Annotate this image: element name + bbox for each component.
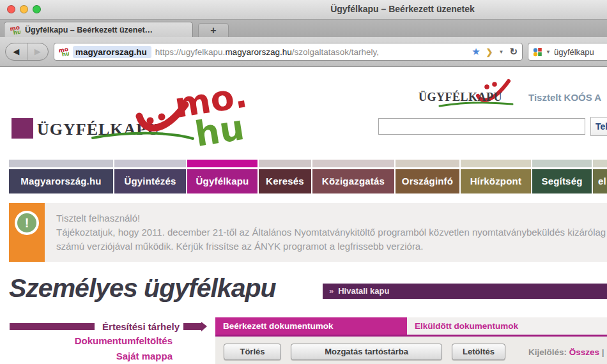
sidebar-arrow-icon [183, 323, 201, 330]
tab-beerkezett-dokumentumok[interactable]: Beérkezett dokumentumok [215, 317, 407, 335]
go-arrow-icon[interactable]: ❯ [486, 47, 493, 57]
header-search-button[interactable]: Telj [590, 117, 607, 136]
tab-elkuldott-dokumentumok[interactable]: Elküldött dokumentumok [407, 317, 607, 335]
window-title: Ügyfélkapu – Beérkezett üzenetek [230, 4, 575, 14]
notice-body: Tisztelt felhasználó! Tájékoztatjuk, hog… [45, 203, 607, 262]
back-button[interactable]: ◀ [6, 43, 27, 60]
selection-separator: | [602, 347, 604, 357]
url-text: https://ugyfelkapu.magyarorszag.hu/szolg… [155, 47, 379, 57]
new-tab-button[interactable]: + [198, 23, 229, 38]
back-icon: ◀ [13, 47, 19, 56]
hivatali-kapu-bar[interactable]: »Hivatali kapu [323, 284, 607, 299]
close-button[interactable] [7, 5, 15, 13]
notice-title: Tisztelt felhasználó! [56, 211, 607, 225]
zoom-button[interactable] [33, 5, 41, 13]
selection-controls: Kijelölés: Összes | [528, 347, 604, 357]
browser-tab[interactable]: mo hu Ügyfélkapu – Beérkezett üzenet… [4, 22, 193, 38]
notice-box: ! Tisztelt felhasználó! Tájékoztatjuk, h… [9, 203, 607, 262]
browser-tab-title: Ügyfélkapu – Beérkezett üzenet… [25, 26, 153, 34]
nav-tab-hirkozpont[interactable]: Hírközpont [461, 160, 531, 193]
nav-tab-magyarorszag-hu[interactable]: Magyarország.hu [9, 160, 113, 193]
browser-toolbar: ◀ ▶ mo hu magyarorszag.hu https://ugyfel… [0, 37, 607, 67]
bookmark-star-icon[interactable]: ★ [472, 46, 480, 57]
svg-text:hu: hu [192, 107, 247, 155]
mohu-favicon-icon: mo hu [10, 25, 20, 35]
google-icon [533, 47, 542, 57]
sidebar-item-ertesitesi-tarhely[interactable]: Értesítési tárhely [10, 321, 201, 332]
svg-text:hu: hu [13, 28, 20, 35]
site-identity-chip[interactable]: magyarorszag.hu [73, 46, 151, 58]
alert-icon: ! [15, 211, 39, 235]
site-navigation: Magyarország.hu Ügyintézés Ügyfélkapu Ke… [9, 160, 607, 193]
sidebar-active-bar [10, 323, 95, 330]
mini-brand-title: ÜGYFÉLKAPU [419, 91, 502, 104]
mohu-logo: mo. hu [89, 74, 268, 151]
history-buttons: ◀ ▶ [5, 43, 49, 61]
move-to-storage-button[interactable]: Mozgatás tartóstárba [291, 344, 442, 360]
delete-button[interactable]: Törlés [224, 344, 281, 360]
select-all-link[interactable]: Összes [569, 347, 599, 357]
url-bar[interactable]: mo hu magyarorszag.hu https://ugyfelkapu… [54, 43, 523, 61]
notice-accent: ! [9, 203, 45, 262]
header-search-input[interactable] [378, 118, 585, 135]
search-box[interactable]: ▼ ügyfélkapu [528, 43, 607, 61]
greeting-text: Tisztelt KOÓS A [528, 92, 601, 103]
double-chevron-icon: » [329, 286, 334, 296]
nav-tab-kereses[interactable]: Keresés [259, 160, 311, 193]
nav-tab-segitseg[interactable]: Segítség [532, 160, 592, 193]
search-engine-dropdown-icon[interactable]: ▼ [546, 49, 551, 55]
search-query: ügyfélkapu [554, 47, 594, 57]
action-panel: Törlés Mozgatás tartóstárba Letöltés Kij… [215, 337, 607, 364]
forward-icon: ▶ [35, 47, 41, 56]
page-content: ÜGYFÉLKAPU mo. hu ÜGYFÉLKAPU Tisztelt KO… [0, 68, 607, 364]
page-title: Személyes ügyfélkapu [9, 273, 276, 303]
download-button[interactable]: Letöltés [452, 344, 505, 360]
notice-line: számú verziójával működik. Kérjük frissí… [56, 239, 607, 254]
window-titlebar: Ügyfélkapu – Beérkezett üzenetek [0, 0, 607, 19]
urlbar-icons: ★ ❯ ▼ ↻ [472, 46, 518, 57]
browser-tabbar: mo hu Ügyfélkapu – Beérkezett üzenet… + [0, 19, 607, 37]
notice-line: Tájékoztatjuk, hogy 2011. december 21-tő… [56, 225, 607, 239]
plus-icon: + [210, 25, 216, 36]
nav-tab-ugyintezes[interactable]: Ügyintézés [114, 160, 186, 193]
chevron-down-icon[interactable]: ▼ [499, 49, 504, 55]
nav-tab-ugyfelkapu[interactable]: Ügyfélkapu [187, 160, 257, 193]
svg-text:hu: hu [61, 50, 69, 57]
mohu-favicon-icon: mo hu [59, 47, 69, 57]
nav-tab-partial[interactable]: el [593, 160, 607, 193]
sidebar-item-dokumentumfeltoltes[interactable]: Dokumentumfeltöltés [0, 335, 173, 346]
reload-icon[interactable]: ↻ [509, 46, 518, 57]
forward-button[interactable]: ▶ [27, 43, 49, 60]
sidebar-item-sajat-mappa[interactable]: Saját mappa [0, 351, 173, 361]
nav-tab-kozigazgatas[interactable]: Közigazgatás [312, 160, 394, 193]
minimize-button[interactable] [20, 5, 28, 13]
selection-label: Kijelölés: [528, 347, 567, 357]
brand-square [12, 118, 33, 139]
browser-window: Ügyfélkapu – Beérkezett üzenetek mo hu Ü… [0, 0, 607, 364]
nav-tab-orszaginfo[interactable]: Országinfó [396, 160, 459, 193]
